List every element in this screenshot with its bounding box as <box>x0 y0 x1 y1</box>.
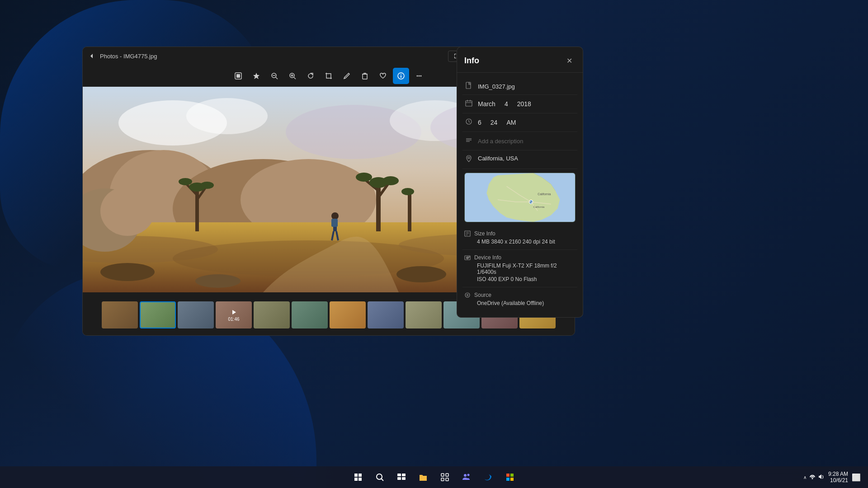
zoom-in-button[interactable] <box>284 68 301 84</box>
svg-rect-91 <box>397 474 401 476</box>
task-view-button[interactable] <box>392 467 411 487</box>
svg-rect-96 <box>446 474 448 476</box>
thumbnail-1[interactable] <box>102 301 138 328</box>
taskbar-right: ∧ 9:28 AM 10/6/21 ⬜ <box>803 471 861 483</box>
thumbnail-3[interactable] <box>178 301 214 328</box>
rotate-button[interactable] <box>302 68 319 84</box>
device-info-line2: ISO 400 EXP 0 No Flash <box>477 276 576 282</box>
svg-point-100 <box>467 474 470 476</box>
filename-row: IMG_0327.jpg <box>462 78 577 95</box>
svg-rect-85 <box>354 474 358 477</box>
edit-button[interactable] <box>339 68 355 84</box>
svg-rect-94 <box>402 477 406 480</box>
time-hour: 6 <box>478 119 481 126</box>
volume-icon[interactable] <box>818 474 825 481</box>
svg-point-36 <box>189 183 205 192</box>
search-button[interactable] <box>370 467 390 487</box>
map-container[interactable]: California California <box>464 173 576 222</box>
svg-point-13 <box>401 74 401 75</box>
edge-button[interactable] <box>478 467 498 487</box>
svg-rect-83 <box>469 257 470 257</box>
svg-point-71 <box>468 157 470 159</box>
source-title: Source <box>474 292 491 298</box>
delete-button[interactable] <box>357 68 373 84</box>
date-parts: March 4 2018 <box>478 100 531 108</box>
location-icon <box>464 155 473 164</box>
info-button[interactable] <box>393 68 409 84</box>
svg-text:California: California <box>533 206 545 208</box>
time-row: 6 24 AM <box>462 113 577 132</box>
ai-tools-button[interactable] <box>248 68 264 84</box>
crop-button[interactable] <box>321 68 337 84</box>
svg-rect-92 <box>402 474 406 476</box>
filename-text: IMG_0327.jpg <box>478 83 576 90</box>
svg-text:California: California <box>538 192 551 196</box>
thumbnail-7[interactable] <box>330 301 366 328</box>
svg-rect-80 <box>465 256 470 260</box>
expand-tray[interactable]: ∧ <box>803 475 807 480</box>
clock-icon <box>464 118 473 127</box>
description-icon <box>464 136 473 145</box>
more-button[interactable] <box>411 68 427 84</box>
taskbar-clock[interactable]: 9:28 AM 10/6/21 <box>828 471 848 483</box>
back-button[interactable] <box>88 52 95 60</box>
thumbnail-6[interactable] <box>292 301 328 328</box>
svg-point-16 <box>420 75 422 76</box>
window-title: Photos - IMG4775.jpg <box>100 53 157 60</box>
svg-line-90 <box>382 479 384 481</box>
thumbnail-2[interactable] <box>140 301 176 328</box>
svg-marker-2 <box>253 73 259 79</box>
svg-point-58 <box>195 274 241 288</box>
svg-rect-54 <box>331 219 338 227</box>
date-year: 2018 <box>517 100 531 108</box>
thumbnail-5[interactable] <box>254 301 290 328</box>
size-info-section: Size Info 4 MB 3840 x 2160 240 dpi 24 bi… <box>462 226 577 250</box>
svg-line-5 <box>276 77 278 79</box>
device-info-section: Device Info FUJIFILM Fuji X-T2 XF 18mm f… <box>462 250 577 287</box>
device-info-label: Device Info <box>464 254 576 261</box>
device-info-line1: FUJIFILM Fuji X-T2 XF 18mm f/2 1/6400s <box>477 263 576 275</box>
description-row[interactable]: Add a description <box>462 132 577 150</box>
svg-point-50 <box>100 186 155 236</box>
size-info-label: Size Info <box>464 230 576 237</box>
store-button[interactable] <box>500 467 520 487</box>
taskbar-time-display: 9:28 AM <box>828 471 848 477</box>
favorite-button[interactable] <box>375 68 391 84</box>
info-panel: Info ✕ IMG_0327.jpg March 4 2018 <box>457 47 583 318</box>
svg-point-14 <box>417 75 418 76</box>
svg-point-105 <box>811 478 813 479</box>
thumbnail-9[interactable] <box>406 301 442 328</box>
taskbar-date-display: 10/6/21 <box>828 477 848 483</box>
sys-tray: ∧ <box>803 474 825 481</box>
source-label: Source <box>464 292 576 298</box>
date-month: March <box>478 100 495 108</box>
svg-rect-87 <box>354 478 358 481</box>
widgets-button[interactable] <box>435 467 455 487</box>
svg-rect-62 <box>466 82 471 89</box>
svg-rect-103 <box>506 478 509 481</box>
svg-rect-1 <box>236 74 240 78</box>
zoom-out-button[interactable] <box>266 68 283 84</box>
file-icon <box>464 82 473 91</box>
notification-icon[interactable]: ⬜ <box>852 473 861 482</box>
thumbnail-4[interactable]: 01:46 <box>216 301 252 328</box>
description-placeholder[interactable]: Add a description <box>478 138 523 145</box>
enhance-button[interactable] <box>230 68 246 84</box>
svg-point-89 <box>377 474 382 479</box>
svg-rect-43 <box>408 193 411 231</box>
location-name: California, USA <box>478 155 518 162</box>
info-title: Info <box>464 56 479 66</box>
svg-point-81 <box>467 257 469 259</box>
start-button[interactable] <box>348 467 368 487</box>
time-minute: 24 <box>491 119 498 126</box>
teams-button[interactable] <box>457 467 476 487</box>
taskbar-center <box>348 467 520 487</box>
size-info-value: 4 MB 3840 x 2160 240 dpi 24 bit <box>477 239 576 245</box>
svg-rect-102 <box>510 474 514 477</box>
network-icon[interactable] <box>809 474 816 481</box>
file-explorer-button[interactable] <box>413 467 433 487</box>
info-close-button[interactable]: ✕ <box>563 54 576 67</box>
svg-point-53 <box>331 212 339 220</box>
svg-point-15 <box>419 75 420 76</box>
thumbnail-8[interactable] <box>368 301 404 328</box>
